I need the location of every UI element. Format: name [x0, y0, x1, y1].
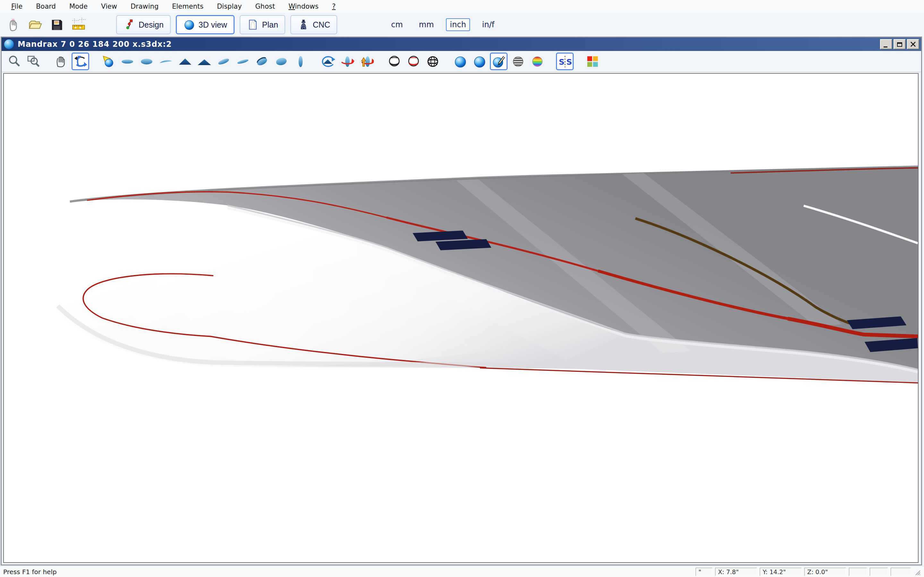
window-controls — [879, 39, 919, 49]
view-front-wide-icon — [197, 55, 212, 69]
minimize-button[interactable] — [880, 39, 892, 49]
menu-view[interactable]: View — [94, 3, 124, 10]
application-window: FileBoardModeViewDrawingElementsDisplayG… — [0, 0, 924, 577]
sphere-contour-button[interactable] — [385, 53, 403, 70]
mode-button-design[interactable]: Design — [116, 15, 171, 34]
plan-page-icon — [247, 19, 259, 31]
spin-vertical-button[interactable] — [358, 53, 375, 70]
view-vertical-lens-button[interactable] — [292, 53, 309, 70]
sphere-contour-red-icon — [407, 55, 421, 69]
view-rocker-button[interactable] — [157, 53, 174, 70]
render-smooth-button[interactable] — [451, 53, 469, 70]
symmetry-button[interactable]: SS — [556, 53, 573, 70]
status-coordinate-cells: "X: 7.8"Y: 14.2"Z: 0.0" — [693, 568, 911, 576]
document-title-bar[interactable]: Mandrax 7 0 26 184 200 x.s3dx:2 — [2, 37, 921, 51]
pointer-hand-icon — [6, 17, 21, 32]
save-button[interactable] — [47, 15, 67, 35]
toolbar-group — [52, 53, 91, 70]
toolbar-group — [451, 53, 548, 70]
render-rainbow-button[interactable] — [528, 53, 546, 70]
status-help-text: Press F1 for help — [3, 568, 693, 576]
unit-option-mm[interactable]: mm — [415, 18, 438, 31]
zoom-window-button[interactable] — [25, 53, 42, 70]
rotate-3d-button[interactable] — [71, 53, 89, 70]
status-cell-x: X: 7.8" — [715, 568, 757, 576]
menu-file[interactable]: File — [5, 3, 29, 10]
color-squares-icon — [586, 55, 599, 69]
mode-button-cnc[interactable]: CNC — [290, 15, 337, 34]
close-button[interactable] — [907, 39, 919, 49]
render-smooth-icon — [453, 55, 467, 69]
menu-bar: FileBoardModeViewDrawingElementsDisplayG… — [0, 0, 924, 13]
light-button[interactable] — [99, 53, 117, 70]
toolbar-group — [99, 53, 311, 70]
unit-option-cm[interactable]: cm — [387, 18, 407, 31]
main-toolbar: Design3D viewPlanCNCcmmminchin/f — [0, 13, 924, 37]
unit-option-inch[interactable]: inch — [446, 18, 470, 31]
view-tilt-lens-icon — [216, 55, 231, 69]
menu-drawing[interactable]: Drawing — [124, 3, 165, 10]
render-design-button[interactable] — [490, 53, 507, 70]
menu-mode[interactable]: Mode — [63, 3, 94, 10]
view-tilt-blob-icon — [274, 55, 288, 69]
view-outline-solid-button[interactable] — [137, 53, 155, 70]
menu-board[interactable]: Board — [29, 3, 63, 10]
viewport-3d[interactable] — [3, 73, 919, 563]
cnc-bit-icon — [297, 19, 310, 31]
sphere-icon — [183, 19, 195, 31]
mode-button-label: Design — [139, 20, 164, 29]
resize-grip-icon[interactable] — [913, 568, 921, 576]
document-window: Mandrax 7 0 26 184 200 x.s3dx:2 SS — [1, 37, 922, 566]
restore-button[interactable] — [893, 39, 906, 49]
mode-button-plan[interactable]: Plan — [240, 15, 285, 34]
mode-button-3d-view[interactable]: 3D view — [176, 15, 234, 34]
render-shaded-button[interactable] — [471, 53, 488, 70]
zoom-button[interactable] — [5, 53, 23, 70]
rotate-loop-icon — [321, 55, 335, 69]
view-tilt-board-icon — [255, 55, 269, 69]
render-shaded-icon — [473, 55, 487, 69]
view-tilt-board-button[interactable] — [253, 53, 271, 70]
pointer-hand-button[interactable] — [3, 15, 23, 35]
menu-[interactable]: ? — [325, 3, 342, 10]
spin-horizontal-button[interactable] — [338, 53, 356, 70]
view-outline-top-button[interactable] — [118, 53, 136, 70]
view-tilt-lens-button[interactable] — [215, 53, 232, 70]
pan-hand-icon — [54, 55, 68, 69]
view-toolbar: SS — [2, 51, 921, 72]
open-folder-button[interactable] — [25, 15, 45, 35]
board-3d-render — [4, 74, 918, 562]
menu-windows[interactable]: Windows — [282, 3, 325, 10]
toolbar-group — [385, 53, 443, 70]
status-cell-empty — [870, 568, 888, 576]
sphere-contour-red-button[interactable] — [405, 53, 422, 70]
design-nodes-icon — [123, 19, 136, 31]
view-tilt-blob-button[interactable] — [272, 53, 290, 70]
status-cell-unit: " — [696, 568, 712, 576]
save-icon — [49, 17, 64, 32]
status-cell-empty — [891, 568, 911, 576]
menu-ghost[interactable]: Ghost — [249, 3, 282, 10]
menu-display[interactable]: Display — [210, 3, 248, 10]
render-rainbow-icon — [530, 55, 544, 69]
sphere-wireframe-button[interactable] — [424, 53, 441, 70]
color-squares-button[interactable] — [583, 53, 601, 70]
status-cell-y: Y: 14.2" — [760, 568, 801, 576]
sphere-wireframe-icon — [426, 55, 440, 69]
rotate-loop-button[interactable] — [319, 53, 337, 70]
unit-option-in-f[interactable]: in/f — [478, 18, 498, 31]
menu-elements[interactable]: Elements — [165, 3, 210, 10]
render-design-icon — [492, 55, 506, 69]
view-outline-solid-icon — [140, 55, 153, 69]
pan-hand-button[interactable] — [52, 53, 70, 70]
mode-button-label: 3D view — [199, 20, 227, 29]
view-tilt-thin-button[interactable] — [234, 53, 252, 70]
view-front-button[interactable] — [176, 53, 194, 70]
render-stripes-button[interactable] — [509, 53, 527, 70]
light-icon — [101, 55, 115, 69]
rotate-3d-icon — [73, 55, 87, 69]
ruler-button[interactable] — [69, 15, 89, 35]
view-vertical-lens-icon — [294, 55, 308, 69]
spin-horizontal-icon — [341, 55, 355, 69]
view-front-wide-button[interactable] — [195, 53, 213, 70]
